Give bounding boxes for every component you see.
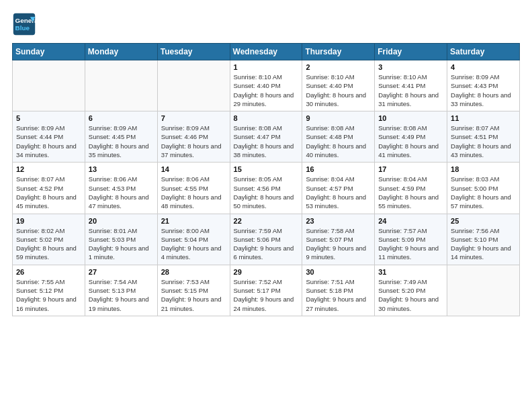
- day-number: 27: [89, 268, 154, 276]
- calendar-cell: 16Sunrise: 8:04 AMSunset: 4:57 PMDayligh…: [302, 163, 375, 214]
- day-info: Sunrise: 7:59 AMSunset: 5:06 PMDaylight:…: [234, 226, 299, 262]
- day-info: Sunrise: 8:01 AMSunset: 5:03 PMDaylight:…: [89, 226, 154, 262]
- header: General Blue: [12, 12, 520, 36]
- day-number: 3: [378, 63, 443, 71]
- weekday-header-saturday: Saturday: [447, 44, 520, 60]
- calendar-cell: 8Sunrise: 8:08 AMSunset: 4:47 PMDaylight…: [230, 111, 302, 163]
- day-info: Sunrise: 7:49 AMSunset: 5:20 PMDaylight:…: [378, 277, 443, 313]
- day-info: Sunrise: 8:09 AMSunset: 4:44 PMDaylight:…: [16, 124, 81, 159]
- day-info: Sunrise: 8:10 AMSunset: 4:40 PMDaylight:…: [234, 73, 299, 108]
- calendar-cell: 4Sunrise: 8:09 AMSunset: 4:43 PMDaylight…: [447, 60, 520, 111]
- calendar-cell: 26Sunrise: 7:55 AMSunset: 5:12 PMDayligh…: [13, 265, 85, 316]
- weekday-header-tuesday: Tuesday: [157, 44, 230, 60]
- day-info: Sunrise: 8:06 AMSunset: 4:55 PMDaylight:…: [161, 175, 226, 210]
- weekday-header-friday: Friday: [375, 44, 447, 60]
- day-number: 25: [451, 217, 516, 225]
- day-info: Sunrise: 8:09 AMSunset: 4:45 PMDaylight:…: [89, 124, 154, 159]
- day-info: Sunrise: 8:06 AMSunset: 4:53 PMDaylight:…: [89, 175, 154, 210]
- calendar-cell: 12Sunrise: 8:07 AMSunset: 4:52 PMDayligh…: [13, 163, 85, 214]
- day-info: Sunrise: 8:09 AMSunset: 4:43 PMDaylight:…: [451, 73, 516, 108]
- calendar-cell: 7Sunrise: 8:09 AMSunset: 4:46 PMDaylight…: [157, 111, 230, 163]
- calendar-cell: 20Sunrise: 8:01 AMSunset: 5:03 PMDayligh…: [85, 214, 157, 265]
- day-info: Sunrise: 8:03 AMSunset: 5:00 PMDaylight:…: [451, 175, 516, 210]
- weekday-header-wednesday: Wednesday: [230, 44, 302, 60]
- calendar-cell: 23Sunrise: 7:58 AMSunset: 5:07 PMDayligh…: [302, 214, 375, 265]
- week-row-3: 12Sunrise: 8:07 AMSunset: 4:52 PMDayligh…: [13, 163, 520, 214]
- weekday-header-row: SundayMondayTuesdayWednesdayThursdayFrid…: [13, 44, 520, 60]
- calendar-cell: 2Sunrise: 8:10 AMSunset: 4:40 PMDaylight…: [302, 60, 375, 111]
- week-row-1: 1Sunrise: 8:10 AMSunset: 4:40 PMDaylight…: [13, 60, 520, 111]
- day-info: Sunrise: 8:10 AMSunset: 4:41 PMDaylight:…: [378, 73, 443, 108]
- day-number: 24: [378, 217, 443, 225]
- calendar-cell: 14Sunrise: 8:06 AMSunset: 4:55 PMDayligh…: [157, 163, 230, 214]
- day-number: 6: [89, 114, 154, 122]
- day-number: 18: [451, 165, 516, 173]
- calendar-cell: 21Sunrise: 8:00 AMSunset: 5:04 PMDayligh…: [157, 214, 230, 265]
- day-number: 17: [378, 165, 443, 173]
- logo: General Blue: [12, 12, 39, 36]
- day-number: 19: [16, 217, 81, 225]
- calendar-cell: 1Sunrise: 8:10 AMSunset: 4:40 PMDaylight…: [230, 60, 302, 111]
- calendar-cell: 5Sunrise: 8:09 AMSunset: 4:44 PMDaylight…: [13, 111, 85, 163]
- weekday-header-sunday: Sunday: [13, 44, 85, 60]
- calendar-cell: 22Sunrise: 7:59 AMSunset: 5:06 PMDayligh…: [230, 214, 302, 265]
- day-info: Sunrise: 8:07 AMSunset: 4:52 PMDaylight:…: [16, 175, 81, 210]
- calendar-cell: [447, 265, 520, 316]
- day-info: Sunrise: 8:04 AMSunset: 4:59 PMDaylight:…: [378, 175, 443, 210]
- day-info: Sunrise: 7:53 AMSunset: 5:15 PMDaylight:…: [161, 277, 226, 313]
- day-info: Sunrise: 7:54 AMSunset: 5:13 PMDaylight:…: [89, 277, 154, 313]
- week-row-5: 26Sunrise: 7:55 AMSunset: 5:12 PMDayligh…: [13, 265, 520, 316]
- page: General Blue SundayMondayTuesdayWednesda…: [0, 0, 532, 411]
- day-info: Sunrise: 8:08 AMSunset: 4:47 PMDaylight:…: [234, 124, 299, 159]
- day-info: Sunrise: 8:02 AMSunset: 5:02 PMDaylight:…: [16, 226, 81, 262]
- day-info: Sunrise: 7:57 AMSunset: 5:09 PMDaylight:…: [378, 226, 443, 262]
- week-row-4: 19Sunrise: 8:02 AMSunset: 5:02 PMDayligh…: [13, 214, 520, 265]
- day-info: Sunrise: 7:51 AMSunset: 5:18 PMDaylight:…: [306, 277, 371, 313]
- day-number: 1: [234, 63, 299, 71]
- day-number: 8: [234, 114, 299, 122]
- day-info: Sunrise: 8:00 AMSunset: 5:04 PMDaylight:…: [161, 226, 226, 262]
- calendar-cell: 17Sunrise: 8:04 AMSunset: 4:59 PMDayligh…: [375, 163, 447, 214]
- day-info: Sunrise: 7:56 AMSunset: 5:10 PMDaylight:…: [451, 226, 516, 262]
- weekday-header-thursday: Thursday: [302, 44, 375, 60]
- day-number: 9: [306, 114, 371, 122]
- calendar-cell: 30Sunrise: 7:51 AMSunset: 5:18 PMDayligh…: [302, 265, 375, 316]
- day-info: Sunrise: 8:08 AMSunset: 4:48 PMDaylight:…: [306, 124, 371, 159]
- calendar-cell: 25Sunrise: 7:56 AMSunset: 5:10 PMDayligh…: [447, 214, 520, 265]
- day-number: 30: [306, 268, 371, 276]
- calendar-cell: 3Sunrise: 8:10 AMSunset: 4:41 PMDaylight…: [375, 60, 447, 111]
- calendar-cell: 31Sunrise: 7:49 AMSunset: 5:20 PMDayligh…: [375, 265, 447, 316]
- calendar-cell: 15Sunrise: 8:05 AMSunset: 4:56 PMDayligh…: [230, 163, 302, 214]
- calendar-cell: [85, 60, 157, 111]
- calendar-cell: 9Sunrise: 8:08 AMSunset: 4:48 PMDaylight…: [302, 111, 375, 163]
- day-info: Sunrise: 8:04 AMSunset: 4:57 PMDaylight:…: [306, 175, 371, 210]
- day-number: 14: [161, 165, 226, 173]
- svg-text:Blue: Blue: [15, 24, 30, 32]
- day-number: 22: [234, 217, 299, 225]
- day-number: 31: [378, 268, 443, 276]
- day-number: 16: [306, 165, 371, 173]
- calendar-cell: [13, 60, 85, 111]
- day-info: Sunrise: 8:08 AMSunset: 4:49 PMDaylight:…: [378, 124, 443, 159]
- day-number: 20: [89, 217, 154, 225]
- day-number: 12: [16, 165, 81, 173]
- calendar-cell: 6Sunrise: 8:09 AMSunset: 4:45 PMDaylight…: [85, 111, 157, 163]
- day-number: 28: [161, 268, 226, 276]
- calendar-cell: 11Sunrise: 8:07 AMSunset: 4:51 PMDayligh…: [447, 111, 520, 163]
- day-number: 29: [234, 268, 299, 276]
- logo-icon: General Blue: [12, 12, 36, 36]
- calendar-cell: 18Sunrise: 8:03 AMSunset: 5:00 PMDayligh…: [447, 163, 520, 214]
- calendar: SundayMondayTuesdayWednesdayThursdayFrid…: [12, 43, 520, 316]
- calendar-cell: 13Sunrise: 8:06 AMSunset: 4:53 PMDayligh…: [85, 163, 157, 214]
- calendar-cell: 27Sunrise: 7:54 AMSunset: 5:13 PMDayligh…: [85, 265, 157, 316]
- calendar-cell: [157, 60, 230, 111]
- day-number: 10: [378, 114, 443, 122]
- day-info: Sunrise: 7:58 AMSunset: 5:07 PMDaylight:…: [306, 226, 371, 262]
- calendar-cell: 29Sunrise: 7:52 AMSunset: 5:17 PMDayligh…: [230, 265, 302, 316]
- day-number: 15: [234, 165, 299, 173]
- calendar-cell: 28Sunrise: 7:53 AMSunset: 5:15 PMDayligh…: [157, 265, 230, 316]
- day-info: Sunrise: 8:09 AMSunset: 4:46 PMDaylight:…: [161, 124, 226, 159]
- day-info: Sunrise: 8:07 AMSunset: 4:51 PMDaylight:…: [451, 124, 516, 159]
- week-row-2: 5Sunrise: 8:09 AMSunset: 4:44 PMDaylight…: [13, 111, 520, 163]
- day-number: 13: [89, 165, 154, 173]
